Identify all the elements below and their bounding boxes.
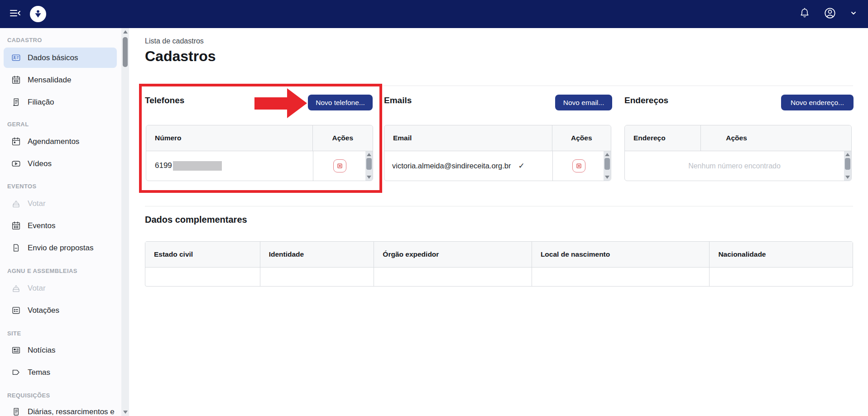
- list-box-icon: [11, 306, 21, 315]
- annotation-arrow: [254, 97, 288, 110]
- delete-phone-button[interactable]: [333, 159, 346, 172]
- scrollbar-thumb[interactable]: [123, 37, 128, 67]
- emails-col-email: Email: [384, 125, 552, 151]
- sidebar-item-label: Temas: [28, 368, 50, 377]
- collapse-menu-icon[interactable]: [9, 8, 22, 20]
- phone-number-value: 6199: [155, 161, 172, 170]
- sidebar-section-agnu: AGNU E ASSEMBLEIAS: [7, 268, 77, 274]
- main-content: Lista de cadastros Cadastros Telefones N…: [129, 28, 868, 416]
- new-email-button[interactable]: Novo email...: [555, 95, 612, 110]
- notifications-bell-icon[interactable]: [799, 7, 810, 21]
- new-address-button[interactable]: Novo endereço...: [781, 95, 854, 110]
- emails-col-actions: Ações: [552, 125, 611, 151]
- sidebar-item-label: Notícias: [28, 346, 55, 355]
- col-local-nascimento: Local de nascimento: [532, 242, 710, 267]
- sidebar-item-mensalidade[interactable]: Mensalidade: [4, 70, 117, 90]
- tag-icon: [11, 368, 21, 377]
- sidebar-item-label: Envio de propostas: [28, 244, 94, 253]
- page-title: Cadastros: [145, 48, 216, 65]
- scroll-down-arrow[interactable]: [605, 176, 609, 179]
- scrollbar-thumb[interactable]: [604, 158, 610, 170]
- sidebar-item-noticias[interactable]: Notícias: [4, 340, 117, 360]
- addresses-empty-row: Nenhum número encontrado: [625, 151, 851, 181]
- email-value: victoria.almeida@sindireceita.org.br: [392, 162, 511, 170]
- account-chevron-down-icon[interactable]: [850, 10, 857, 19]
- scroll-up-arrow[interactable]: [123, 30, 128, 33]
- sidebar-item-videos[interactable]: Vídeos: [4, 153, 117, 174]
- sidebar-item-filiacao[interactable]: Filiação: [4, 92, 117, 112]
- scroll-down-arrow[interactable]: [845, 176, 850, 179]
- scrollbar-thumb[interactable]: [366, 158, 372, 170]
- sidebar-section-geral: GERAL: [7, 121, 29, 128]
- topbar: [0, 0, 868, 28]
- sidebar-item-label: Votar: [28, 284, 46, 293]
- sidebar-item-label: Filiação: [28, 98, 54, 107]
- phones-table-scrollbar[interactable]: [365, 151, 373, 181]
- ballot-box-icon: [11, 199, 21, 208]
- sidebar-section-cadastro: CADASTRO: [7, 37, 42, 43]
- emails-table-scrollbar[interactable]: [604, 151, 611, 181]
- calendar-event-icon: [11, 137, 21, 146]
- addresses-table: Endereço Ações Nenhum número encontrado: [624, 125, 852, 181]
- sidebar-item-label: Dados básicos: [28, 53, 78, 62]
- sidebar-section-requisicoes: REQUISIÇÕES: [7, 392, 50, 399]
- sidebar-item-dados-basicos[interactable]: Dados básicos: [4, 48, 117, 68]
- sidebar-section-site: SITE: [7, 330, 21, 337]
- sidebar-item-diarias[interactable]: Diárias, ressarcimentos e a...: [4, 402, 117, 416]
- empty-state-text: Nenhum número encontrado: [625, 162, 851, 170]
- sidebar-item-votacoes[interactable]: Votações: [4, 300, 117, 320]
- complementary-section-title: Dados complementares: [145, 215, 247, 225]
- sidebar-item-label: Diárias, ressarcimentos e a...: [28, 407, 117, 416]
- sidebar-item-envio-de-propostas[interactable]: Envio de propostas: [4, 238, 117, 258]
- id-card-icon: [11, 53, 21, 62]
- app-logo[interactable]: [30, 6, 46, 22]
- addresses-section-title: Endereços: [624, 96, 668, 105]
- scroll-up-arrow[interactable]: [605, 153, 609, 156]
- sidebar-item-eventos[interactable]: Eventos: [4, 215, 117, 236]
- receipt-icon: [11, 97, 21, 107]
- sidebar-section-eventos: EVENTOS: [7, 183, 37, 190]
- delete-email-button[interactable]: [572, 159, 585, 172]
- phones-section-title: Telefones: [145, 96, 184, 105]
- document-icon: [11, 243, 21, 253]
- scroll-down-arrow[interactable]: [123, 411, 128, 414]
- sidebar-item-label: Votar: [28, 199, 46, 208]
- sidebar-item-label: Eventos: [28, 221, 55, 230]
- breadcrumb[interactable]: Lista de cadastros: [145, 37, 204, 45]
- complementary-table: Estado civil Identidade Órgão expedidor …: [145, 241, 853, 287]
- sidebar-item-label: Vídeos: [28, 159, 52, 168]
- divider: [145, 86, 853, 86]
- col-orgao-expedidor: Órgão expedidor: [374, 242, 532, 267]
- calendar-icon: [11, 221, 21, 230]
- calendar-icon: [11, 75, 21, 85]
- divider: [145, 206, 853, 206]
- new-phone-button[interactable]: Novo telefone...: [308, 95, 373, 110]
- scroll-up-arrow[interactable]: [845, 153, 850, 156]
- sidebar-item-label: Agendamentos: [28, 137, 79, 146]
- verified-check-icon: ✓: [518, 161, 525, 171]
- phones-row: 6199: [146, 151, 373, 181]
- col-identidade: Identidade: [260, 242, 374, 267]
- complementary-empty-row: [145, 268, 853, 286]
- col-nacionalidade: Nacionalidade: [710, 242, 853, 267]
- sidebar-item-label: Votações: [28, 306, 59, 315]
- phones-table: Número Ações 6199: [146, 125, 373, 181]
- scroll-down-arrow[interactable]: [367, 176, 371, 179]
- phones-col-actions: Ações: [312, 125, 373, 151]
- sidebar-scrollbar[interactable]: [121, 28, 129, 416]
- user-account-icon[interactable]: [824, 7, 836, 21]
- col-estado-civil: Estado civil: [145, 242, 260, 267]
- annotation-arrow-head: [287, 88, 307, 118]
- sidebar-item-temas[interactable]: Temas: [4, 362, 117, 383]
- redaction-block: [173, 161, 222, 171]
- sidebar-item-votar-eventos: Votar: [4, 193, 117, 214]
- video-play-icon: [11, 159, 21, 168]
- ballot-box-icon: [11, 283, 21, 293]
- addresses-table-scrollbar[interactable]: [844, 151, 851, 181]
- scrollbar-thumb[interactable]: [845, 158, 850, 170]
- receipt-icon: [11, 407, 21, 416]
- scroll-up-arrow[interactable]: [367, 153, 371, 156]
- sidebar-item-agendamentos[interactable]: Agendamentos: [4, 131, 117, 152]
- sidebar: CADASTRO Dados básicos Mensalidade Filia…: [0, 28, 129, 416]
- sidebar-item-votar-agnu: Votar: [4, 278, 117, 298]
